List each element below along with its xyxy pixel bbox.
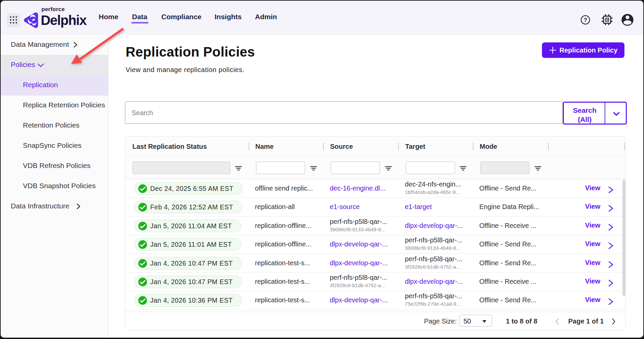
- svg-text:?: ?: [584, 17, 587, 23]
